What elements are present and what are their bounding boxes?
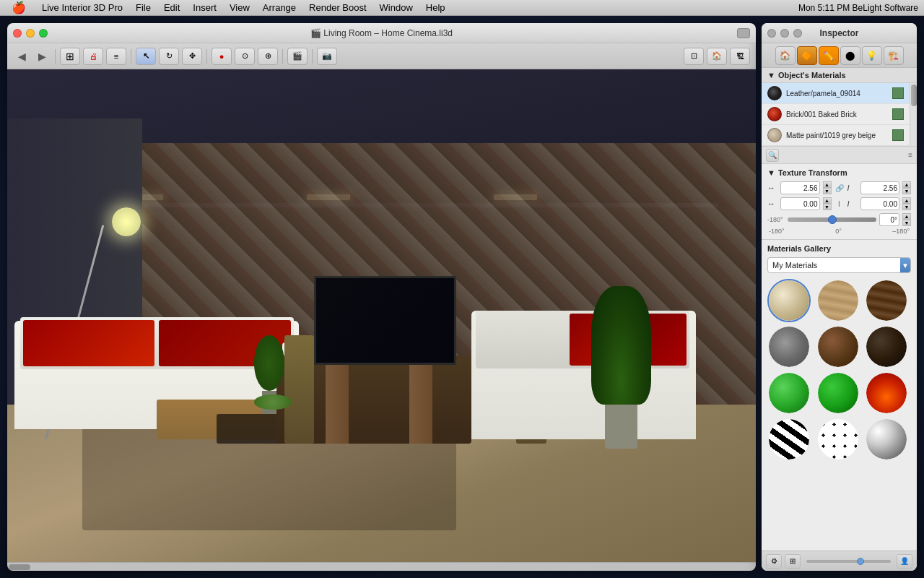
offset-x-stepper[interactable]: ▲ ▼ <box>823 197 832 210</box>
inspector-min[interactable] <box>780 29 789 38</box>
angle-down[interactable]: ▼ <box>902 220 911 226</box>
scale-y-down[interactable]: ▼ <box>902 188 911 194</box>
record-btn[interactable]: ● <box>212 48 232 65</box>
apple-menu[interactable]: 🍎 <box>6 0 32 15</box>
offset-link: I <box>834 199 845 209</box>
animation-btn[interactable]: 🎬 <box>287 48 308 65</box>
minimize-button[interactable] <box>26 29 35 38</box>
home-btn[interactable]: 🏠 <box>707 48 727 65</box>
person-button[interactable]: 👤 <box>897 554 912 569</box>
material-item-3[interactable]: Matte paint/1019 grey beige <box>762 125 910 146</box>
angle-input[interactable]: 0° <box>879 213 899 226</box>
scene-viewport[interactable] <box>7 69 756 562</box>
gallery-item-dark[interactable] <box>865 325 908 368</box>
menu-window[interactable]: Window <box>374 0 419 15</box>
gallery-item-fire[interactable] <box>865 371 908 415</box>
tools-divider: ≡ <box>908 151 912 159</box>
gallery-item-chrome[interactable] <box>865 418 908 461</box>
gallery-dropdown[interactable]: My Materials ▼ <box>767 257 911 273</box>
tab-material[interactable]: ✏️ <box>819 46 839 65</box>
angle-up[interactable]: ▲ <box>902 213 911 220</box>
angle-stepper[interactable]: ▲ ▼ <box>902 213 911 226</box>
menu-view[interactable]: View <box>224 0 256 15</box>
back-button[interactable]: ◀ <box>13 48 30 65</box>
menu-app[interactable]: Live Interior 3D Pro <box>36 0 128 15</box>
gallery-item-wood-light[interactable] <box>816 279 860 322</box>
offset-y-input[interactable]: 0.00 <box>860 197 900 210</box>
material-scrollbar-thumb[interactable] <box>911 85 917 106</box>
inspector-traffic-lights <box>767 29 802 38</box>
offset-y-stepper[interactable]: ▲ ▼ <box>902 197 911 210</box>
offset-y-up[interactable]: ▲ <box>902 197 911 204</box>
window-resize-handle[interactable] <box>737 28 750 38</box>
views-btn[interactable]: ⊡ <box>684 48 704 65</box>
menu-help[interactable]: Help <box>420 0 451 15</box>
gallery-item-cream[interactable] <box>767 279 811 322</box>
screenshot-btn[interactable]: 📷 <box>317 48 337 65</box>
gallery-item-green2[interactable] <box>816 371 860 415</box>
rotation-slider-thumb[interactable] <box>828 215 837 224</box>
scale-y-up[interactable]: ▲ <box>902 181 911 188</box>
menu-file[interactable]: File <box>130 0 157 15</box>
angle-max: –180° <box>892 228 910 235</box>
zoom-slider-thumb[interactable] <box>857 558 864 565</box>
maximize-button[interactable] <box>39 29 48 38</box>
bottom-scrollbar[interactable] <box>7 562 756 571</box>
menu-edit[interactable]: Edit <box>158 0 186 15</box>
offset-x-up[interactable]: ▲ <box>823 197 832 204</box>
3d-view-btn[interactable]: 🏗 <box>730 48 750 65</box>
material-item-1[interactable]: Leather/pamela_09014 <box>762 83 910 104</box>
tab-structure[interactable]: 🏗️ <box>884 46 904 65</box>
gallery-item-brown[interactable] <box>816 325 860 368</box>
red-pillow-1 <box>23 320 154 366</box>
menu-insert[interactable]: Insert <box>187 0 222 15</box>
layers-button[interactable]: ⊞ <box>785 554 801 569</box>
orbit-tool[interactable]: ↻ <box>159 48 179 65</box>
gallery-item-spots[interactable] <box>816 418 860 461</box>
texture-arrow: ▼ <box>767 168 775 177</box>
gear-button[interactable]: ⚙ <box>766 554 782 569</box>
material-scrollbar[interactable] <box>910 83 917 146</box>
link-icon[interactable]: 🔗 <box>834 183 845 193</box>
forward-button[interactable]: ▶ <box>33 48 51 65</box>
gallery-swatch-spots <box>818 419 858 460</box>
offset-x-input[interactable]: 0.00 <box>780 197 820 210</box>
walk-btn[interactable]: ⊕ <box>258 48 278 65</box>
gallery-item-wood-dark[interactable] <box>865 279 908 322</box>
tab-color[interactable]: ⬤ <box>840 46 860 65</box>
material-item-2[interactable]: Brick/001 Baked Brick <box>762 104 910 125</box>
scale-y-input[interactable]: 2.56 <box>860 181 900 194</box>
render-button[interactable]: 🖨 <box>83 48 103 65</box>
select-tool[interactable]: ↖ <box>136 48 156 65</box>
scale-x-input[interactable]: 2.56 <box>780 181 820 194</box>
gallery-item-concrete[interactable] <box>767 325 811 368</box>
menu-arrange[interactable]: Arrange <box>257 0 302 15</box>
tab-home[interactable]: 🏠 <box>775 46 796 65</box>
zoom-slider[interactable] <box>806 560 891 563</box>
floor-lamp-shade <box>112 207 141 236</box>
rotation-slider[interactable] <box>788 217 876 222</box>
inspector-close[interactable] <box>767 29 776 38</box>
offset-x-down[interactable]: ▼ <box>823 204 832 210</box>
scale-x-down[interactable]: ▼ <box>823 188 832 194</box>
scrollbar-thumb[interactable] <box>9 564 30 570</box>
tab-light[interactable]: 💡 <box>862 46 882 65</box>
gallery-dropdown-arrow[interactable]: ▼ <box>900 258 910 272</box>
menu-render[interactable]: Render Boost <box>303 0 372 15</box>
tab-shape[interactable]: 🔶 <box>797 46 817 65</box>
orbit-center[interactable]: ⊙ <box>235 48 255 65</box>
close-button[interactable] <box>13 29 22 38</box>
gallery-grid <box>767 279 911 461</box>
gallery-item-zebra[interactable] <box>767 418 811 461</box>
scale-y-stepper[interactable]: ▲ ▼ <box>902 181 911 194</box>
pan-tool[interactable]: ✥ <box>182 48 202 65</box>
view3d-button[interactable]: ≡ <box>106 48 126 65</box>
inspector-max[interactable] <box>793 29 802 38</box>
scale-x-stepper[interactable]: ▲ ▼ <box>823 181 832 194</box>
offset-y-down[interactable]: ▼ <box>902 204 911 210</box>
eyedropper-tool[interactable]: 🔍 <box>766 149 779 162</box>
gallery-item-green1[interactable] <box>767 371 811 415</box>
scale-x-up[interactable]: ▲ <box>823 181 832 188</box>
floorplan-button[interactable]: ⊞ <box>60 48 80 65</box>
angle-label-left: -180° <box>767 216 785 223</box>
